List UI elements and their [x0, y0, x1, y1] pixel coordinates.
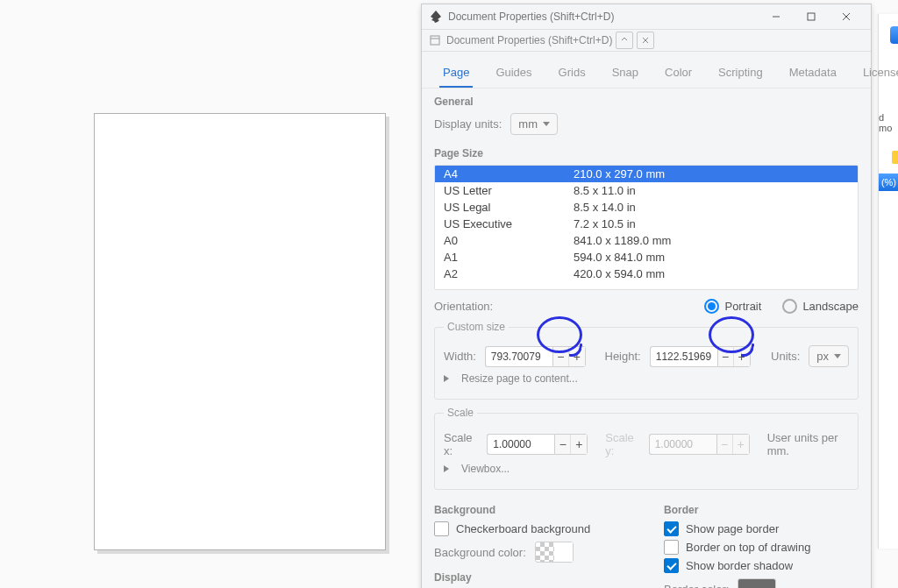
expander-icon — [444, 375, 449, 382]
scale-x-input[interactable] — [487, 434, 554, 455]
height-decrement[interactable]: − — [718, 347, 734, 366]
tab-bar: Page Guides Grids Snap Color Scripting M… — [422, 52, 871, 89]
orientation-landscape-label: Landscape — [802, 300, 859, 313]
side-text-more: d mo — [879, 112, 898, 133]
display-header: Display — [434, 571, 629, 584]
checkbox-icon — [664, 558, 679, 573]
panel-title: Document Properties (Shift+Ctrl+D) — [446, 34, 612, 46]
panel-detach-button[interactable] — [616, 32, 633, 49]
radio-icon — [782, 299, 797, 314]
chevron-down-icon — [834, 354, 841, 358]
tab-metadata[interactable]: Metadata — [786, 60, 840, 88]
custom-units-value: px — [816, 350, 829, 363]
radio-icon — [704, 299, 719, 314]
svg-rect-0 — [808, 13, 815, 20]
svg-rect-1 — [431, 36, 439, 45]
scale-x-spinner[interactable]: −+ — [487, 434, 588, 455]
scale-y-input — [649, 434, 716, 455]
scale-suffix: User units per mm. — [767, 431, 849, 457]
close-button[interactable] — [829, 4, 864, 29]
width-input[interactable] — [485, 346, 552, 367]
width-decrement[interactable]: − — [553, 347, 569, 366]
tab-scripting[interactable]: Scripting — [715, 60, 766, 88]
orientation-portrait-radio[interactable]: Portrait — [704, 299, 761, 314]
chevron-down-icon — [543, 122, 550, 126]
window-titlebar[interactable]: Document Properties (Shift+Ctrl+D) — [422, 4, 871, 30]
bg-color-label: Background color: — [434, 546, 526, 559]
height-spinner[interactable]: −+ — [650, 346, 751, 367]
page-size-row[interactable]: US Legal8.5 x 14.0 in — [435, 199, 858, 216]
resize-to-content[interactable]: Resize page to content... — [461, 372, 578, 385]
height-increment[interactable]: + — [734, 347, 750, 366]
panel-close-button[interactable] — [637, 32, 654, 49]
page-size-row[interactable]: A2420.0 x 594.0 mm — [435, 266, 858, 282]
scale-x-label: Scale x: — [444, 431, 478, 457]
tab-license[interactable]: License — [859, 60, 898, 88]
side-chip-y: y (%) — [878, 174, 898, 191]
page-size-row[interactable]: A4210.0 x 297.0 mm — [435, 166, 858, 182]
display-units-label: Display units: — [434, 117, 502, 131]
border-color-swatch[interactable] — [738, 578, 776, 588]
show-page-border-label: Show page border — [686, 522, 779, 535]
width-label: Width: — [444, 350, 476, 363]
panel-icon — [429, 34, 441, 46]
background-header: Background — [434, 504, 629, 516]
height-label: Height: — [605, 350, 641, 363]
document-properties-dialog: Document Properties (Shift+Ctrl+D) Docum… — [421, 4, 872, 588]
width-increment[interactable]: + — [569, 347, 585, 366]
checkbox-icon — [664, 521, 679, 536]
right-panel-fragment: d mo y (%) — [878, 14, 898, 549]
checkerboard-label: Checkerboard background — [456, 522, 590, 535]
bg-color-swatch[interactable] — [535, 542, 574, 563]
border-on-top-checkbox[interactable]: Border on top of drawing — [664, 540, 859, 555]
width-spinner[interactable]: −+ — [485, 346, 586, 367]
custom-units-label: Units: — [771, 350, 800, 363]
page-size-row[interactable]: A0841.0 x 1189.0 mm — [435, 232, 858, 249]
panel-titlebar[interactable]: Document Properties (Shift+Ctrl+D) — [422, 30, 871, 52]
general-header: General — [434, 96, 859, 108]
page-size-row[interactable]: A1594.0 x 841.0 mm — [435, 249, 858, 266]
scale-y-decrement: − — [717, 435, 733, 454]
tab-snap[interactable]: Snap — [609, 60, 642, 88]
maximize-button[interactable] — [794, 4, 829, 29]
show-border-shadow-label: Show border shadow — [686, 559, 793, 572]
border-color-label: Border color: — [664, 583, 729, 589]
custom-units-select[interactable]: px — [809, 345, 849, 367]
canvas-page — [94, 113, 386, 550]
border-on-top-label: Border on top of drawing — [686, 541, 810, 554]
scale-y-label: Scale y: — [605, 431, 639, 457]
height-input[interactable] — [650, 346, 717, 367]
border-header: Border — [664, 504, 859, 516]
viewbox-link[interactable]: Viewbox... — [461, 463, 510, 475]
custom-size-group: Custom size Width: −+ Height: −+ Units: … — [434, 321, 859, 400]
tab-page[interactable]: Page — [439, 60, 473, 88]
page-size-row[interactable]: US Letter8.5 x 11.0 in — [435, 182, 858, 199]
display-units-value: mm — [518, 117, 538, 131]
show-page-border-checkbox[interactable]: Show page border — [664, 521, 859, 536]
scale-y-increment: + — [733, 435, 749, 454]
display-units-select[interactable]: mm — [510, 113, 558, 135]
page-size-row-partial[interactable] — [435, 282, 858, 289]
orientation-label: Orientation: — [434, 300, 493, 313]
page-size-list[interactable]: A4210.0 x 297.0 mm US Letter8.5 x 11.0 i… — [434, 165, 859, 290]
page-size-header: Page Size — [434, 147, 859, 159]
tab-grids[interactable]: Grids — [555, 60, 589, 88]
page-size-row[interactable]: US Executive7.2 x 10.5 in — [435, 216, 858, 232]
side-chip-yellow — [892, 151, 898, 164]
minimize-button[interactable] — [759, 4, 794, 29]
expander-icon — [444, 465, 449, 472]
scale-x-increment[interactable]: + — [571, 435, 587, 454]
tab-guides[interactable]: Guides — [492, 60, 535, 88]
checkerboard-checkbox[interactable]: Checkerboard background — [434, 521, 629, 536]
show-border-shadow-checkbox[interactable]: Show border shadow — [664, 558, 859, 573]
side-chip — [890, 26, 898, 44]
scale-y-spinner: −+ — [649, 434, 750, 455]
orientation-portrait-label: Portrait — [724, 300, 761, 313]
window-title: Document Properties (Shift+Ctrl+D) — [448, 11, 614, 23]
checkbox-icon — [434, 521, 449, 536]
checkbox-icon — [664, 540, 679, 555]
scale-x-decrement[interactable]: − — [555, 435, 571, 454]
orientation-landscape-radio[interactable]: Landscape — [782, 299, 859, 314]
custom-size-legend: Custom size — [444, 321, 509, 333]
tab-color[interactable]: Color — [661, 60, 695, 88]
